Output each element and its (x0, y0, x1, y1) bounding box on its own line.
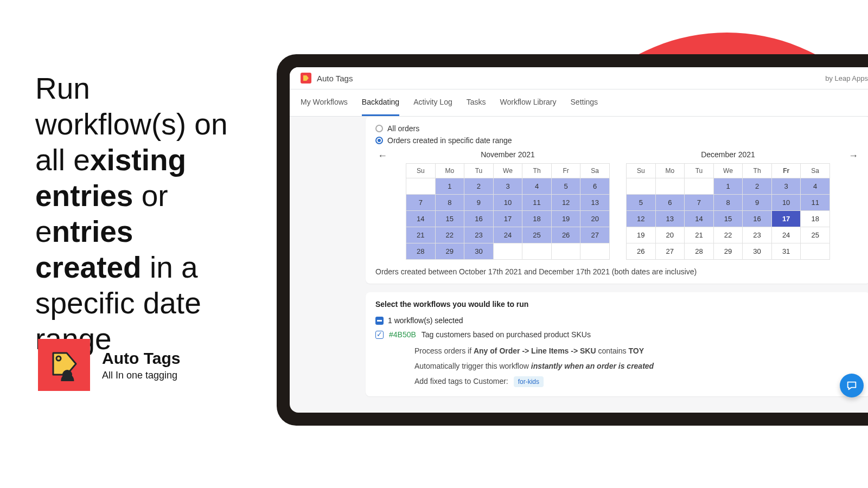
workflow-select-card: Select the workflows you would like to r… (366, 292, 868, 396)
radio-all-orders[interactable]: All orders (375, 124, 860, 133)
calendar-day[interactable]: 19 (552, 211, 581, 227)
chat-icon (846, 380, 858, 391)
help-button[interactable] (840, 374, 864, 397)
calendar-day[interactable]: 15 (436, 211, 465, 227)
arrow-left-icon: ← (378, 150, 387, 162)
calendar-day[interactable]: 1 (714, 178, 743, 195)
weekday-header: Su (627, 164, 656, 178)
calendar-day[interactable]: 2 (743, 178, 772, 195)
tab-activity-log[interactable]: Activity Log (413, 89, 452, 116)
calendar-day[interactable]: 9 (743, 195, 772, 211)
tag-chip[interactable]: for-kids (514, 376, 544, 387)
calendar-day[interactable]: 14 (406, 211, 436, 227)
calendar-day[interactable]: 24 (772, 227, 801, 243)
calendar-day[interactable]: 29 (714, 243, 743, 260)
calendar-day[interactable]: 18 (801, 211, 830, 227)
calendar-day[interactable]: 10 (772, 195, 801, 211)
trigger-text: Automatically trigger this workflow (414, 362, 531, 370)
calendar-day[interactable]: 30 (464, 243, 494, 260)
calendar-day[interactable]: 15 (714, 211, 743, 227)
calendar-day[interactable]: 13 (580, 195, 610, 211)
calendar-day[interactable]: 13 (656, 211, 685, 227)
calendar-day[interactable]: 2 (464, 178, 494, 195)
calendar-day[interactable]: 21 (685, 227, 714, 243)
app-screen: Auto Tags by Leap Apps My WorkflowsBackd… (290, 67, 868, 413)
calendar-left: November 2021 SuMoTuWeThFrSa123456789101… (406, 148, 610, 260)
calendar-day[interactable]: 14 (685, 211, 714, 227)
tab-settings[interactable]: Settings (571, 89, 598, 116)
next-month-button[interactable]: → (846, 148, 860, 162)
calendar-day[interactable]: 6 (580, 178, 610, 195)
calendar-day[interactable]: 16 (464, 211, 494, 227)
calendar-day[interactable]: 16 (743, 211, 772, 227)
calendar-day[interactable]: 7 (685, 195, 714, 211)
app-byline: by Leap Apps (825, 74, 868, 82)
calendar-day[interactable]: 3 (772, 178, 801, 195)
process-value: TOY (628, 346, 644, 355)
calendar-day[interactable]: 11 (801, 195, 830, 211)
calendar-day[interactable]: 5 (627, 195, 656, 211)
calendar-day[interactable]: 4 (801, 178, 830, 195)
calendar-day[interactable]: 6 (656, 195, 685, 211)
calendar-day[interactable]: 4 (522, 178, 552, 195)
calendar-day[interactable]: 10 (494, 195, 523, 211)
marketing-headline: Run workflow(s) on all existing entries … (35, 70, 247, 357)
calendar-day[interactable]: 7 (406, 195, 436, 211)
calendar-day[interactable]: 20 (580, 211, 610, 227)
calendar-day[interactable]: 26 (627, 243, 656, 260)
calendar-day[interactable]: 5 (552, 178, 581, 195)
calendar-day[interactable]: 17 (772, 211, 801, 227)
workflow-item[interactable]: #4B50B Tag customers based on purchased … (375, 330, 860, 339)
date-range-picker: ← November 2021 SuMoTuWeThFrSa1234567891… (375, 148, 860, 260)
calendar-day[interactable]: 20 (656, 227, 685, 243)
tab-tasks[interactable]: Tasks (467, 89, 486, 116)
radio-date-range[interactable]: Orders created in specific date range (375, 136, 860, 145)
calendar-day[interactable]: 17 (494, 211, 523, 227)
prev-month-button[interactable]: ← (375, 148, 390, 162)
calendar-day[interactable]: 29 (436, 243, 465, 260)
calendar-day[interactable]: 18 (522, 211, 552, 227)
selected-count-row[interactable]: 1 workflow(s) selected (375, 316, 860, 325)
weekday-header: Tu (464, 164, 494, 178)
calendar-day[interactable]: 27 (580, 227, 610, 243)
calendar-day[interactable]: 23 (464, 227, 494, 243)
tab-backdating[interactable]: Backdating (362, 89, 399, 116)
calendar-day[interactable]: 1 (436, 178, 465, 195)
calendar-day[interactable]: 28 (406, 243, 436, 260)
weekday-header: Th (743, 164, 772, 178)
calendar-day[interactable]: 12 (627, 211, 656, 227)
calendar-day[interactable]: 30 (743, 243, 772, 260)
device-frame: Auto Tags by Leap Apps My WorkflowsBackd… (277, 54, 868, 426)
calendar-day[interactable]: 22 (436, 227, 465, 243)
calendar-day[interactable]: 25 (522, 227, 552, 243)
calendar-day[interactable]: 26 (552, 227, 581, 243)
calendar-day[interactable]: 8 (436, 195, 465, 211)
calendar-day[interactable]: 25 (801, 227, 830, 243)
calendar-empty-cell (685, 178, 714, 195)
calendar-day[interactable]: 31 (772, 243, 801, 260)
calendar-day[interactable]: 3 (494, 178, 523, 195)
calendar-day[interactable]: 11 (522, 195, 552, 211)
weekday-header: We (714, 164, 743, 178)
calendar-title: December 2021 (626, 148, 830, 163)
calendar-day[interactable]: 27 (656, 243, 685, 260)
process-path: Any of Order -> Line Items -> SKU (474, 346, 596, 355)
calendar-empty-cell (522, 243, 552, 260)
tab-my-workflows[interactable]: My Workflows (301, 89, 348, 116)
logo-title: Auto Tags (102, 349, 180, 368)
calendar-day[interactable]: 28 (685, 243, 714, 260)
calendar-day[interactable]: 12 (552, 195, 581, 211)
product-logo: Auto Tags All In one tagging (38, 339, 180, 391)
weekday-header: Tu (685, 164, 714, 178)
calendar-day[interactable]: 8 (714, 195, 743, 211)
calendar-day[interactable]: 19 (627, 227, 656, 243)
calendar-day[interactable]: 24 (494, 227, 523, 243)
app-title: Auto Tags (317, 74, 353, 83)
calendar-day[interactable]: 9 (464, 195, 494, 211)
calendar-day[interactable]: 22 (714, 227, 743, 243)
calendar-day[interactable]: 23 (743, 227, 772, 243)
weekday-header: Fr (772, 164, 801, 178)
calendar-day[interactable]: 21 (406, 227, 436, 243)
tab-workflow-library[interactable]: Workflow Library (500, 89, 557, 116)
trigger-condition: instantly when an order is created (531, 362, 654, 370)
